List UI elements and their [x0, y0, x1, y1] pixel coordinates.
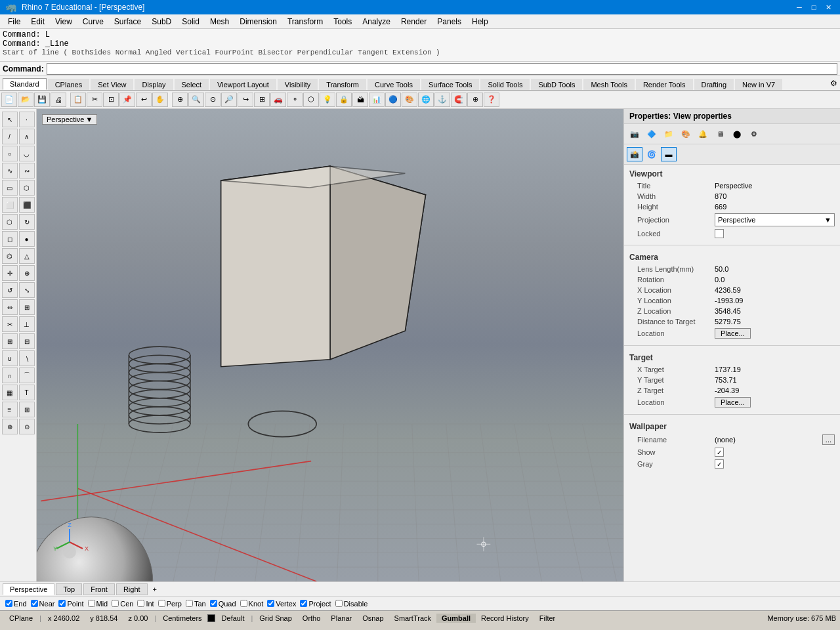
lt-layer-mgr[interactable]: ≡: [2, 402, 18, 417]
bb-record-history[interactable]: Record History: [476, 614, 534, 623]
tab-solidtools[interactable]: Solid Tools: [480, 79, 530, 90]
bb-gumball[interactable]: Gumball: [436, 614, 476, 623]
menu-panels[interactable]: Panels: [432, 16, 467, 28]
lt-gumball2[interactable]: ⊕: [2, 419, 18, 434]
tb-undo[interactable]: ↩: [136, 93, 152, 107]
tb-display-mode[interactable]: 🔵: [385, 93, 401, 107]
lt-scale[interactable]: ⤡: [19, 282, 35, 298]
menu-curve[interactable]: Curve: [77, 16, 109, 28]
props-icon-folder[interactable]: 📁: [661, 127, 677, 141]
prop-btn-filename-browse[interactable]: ...: [822, 434, 835, 445]
tb-snap1[interactable]: ⚓: [434, 93, 450, 107]
tb-cut[interactable]: ✂: [87, 93, 102, 107]
snap-perp[interactable]: Perp: [158, 600, 182, 608]
menu-view[interactable]: View: [50, 16, 77, 28]
prop-checkbox-locked[interactable]: [715, 229, 724, 238]
snap-tan[interactable]: Tan: [186, 600, 206, 608]
lt-rect[interactable]: ▭: [2, 180, 18, 196]
lt-polygon[interactable]: ⬡: [19, 180, 35, 196]
snap-project[interactable]: Project: [300, 600, 331, 608]
lt-arc[interactable]: ◡: [19, 146, 35, 161]
props-icon-bell[interactable]: 🔔: [695, 127, 711, 141]
lt-polyline[interactable]: ∧: [19, 129, 35, 144]
props-icon-settings[interactable]: ⚙: [746, 127, 762, 141]
vptab-front[interactable]: Front: [83, 583, 115, 595]
props-icon-surface[interactable]: 🔷: [644, 127, 660, 141]
lt-line[interactable]: /: [2, 129, 18, 144]
tb-open[interactable]: 📂: [18, 93, 33, 107]
tab-transform[interactable]: Transform: [319, 79, 366, 90]
lt-mirror[interactable]: ⇔: [2, 299, 18, 315]
lt-text[interactable]: T: [19, 385, 35, 400]
lt-circle[interactable]: ○: [2, 146, 18, 161]
scene[interactable]: .grid-line { stroke: #888; stroke-width:…: [37, 109, 623, 581]
lt-explode[interactable]: ⊟: [19, 333, 35, 349]
tb-zoom-selected[interactable]: ⊙: [205, 93, 220, 107]
lt-boolean-diff[interactable]: ∖: [19, 350, 35, 366]
tb-named-views[interactable]: 🏔: [352, 93, 368, 107]
bb-filter[interactable]: Filter: [534, 614, 560, 623]
tb-zoom-window[interactable]: 🔍: [188, 93, 204, 107]
tab-drafting[interactable]: Drafting: [694, 79, 734, 90]
tab-cplanes[interactable]: CPlanes: [48, 79, 90, 90]
lt-curve[interactable]: ∿: [2, 163, 18, 178]
tab-surfacetools[interactable]: Surface Tools: [421, 79, 479, 90]
lt-move[interactable]: ✛: [2, 265, 18, 281]
tab-curvetools[interactable]: Curve Tools: [368, 79, 420, 90]
snap-mid[interactable]: Mid: [88, 600, 108, 608]
tab-select[interactable]: Select: [175, 79, 209, 90]
props-icon-capture[interactable]: 📸: [627, 147, 642, 161]
bb-smarttrack[interactable]: SmartTrack: [389, 614, 436, 623]
bb-cplane[interactable]: CPlane: [4, 614, 38, 623]
bb-gridsnap[interactable]: Grid Snap: [254, 614, 297, 623]
prop-btn-cam-place[interactable]: Place...: [715, 328, 751, 339]
props-icon-sphere[interactable]: ⬤: [729, 127, 745, 141]
lt-join[interactable]: ⊞: [2, 333, 18, 349]
lt-extrude[interactable]: ⬡: [2, 214, 18, 230]
snap-point[interactable]: Point: [58, 600, 83, 608]
close-button[interactable]: ✕: [822, 2, 835, 12]
tb-layer[interactable]: 📊: [369, 93, 385, 107]
lt-freeform[interactable]: ∾: [19, 163, 35, 178]
tb-render[interactable]: 🎨: [402, 93, 417, 107]
menu-dimension[interactable]: Dimension: [234, 16, 282, 28]
vptab-add[interactable]: +: [149, 584, 161, 595]
maximize-button[interactable]: □: [807, 2, 820, 12]
vptab-top[interactable]: Top: [56, 583, 82, 595]
bb-layer[interactable]: Default: [217, 614, 250, 623]
prop-checkbox-show[interactable]: ✓: [715, 448, 724, 457]
snap-int[interactable]: Int: [137, 600, 154, 608]
lt-split[interactable]: ⊥: [19, 316, 35, 332]
menu-mesh[interactable]: Mesh: [205, 16, 234, 28]
tab-viewportlayout[interactable]: Viewport Layout: [210, 79, 276, 90]
tb-onoff[interactable]: ⚬: [287, 93, 303, 107]
snap-cen[interactable]: Cen: [112, 600, 133, 608]
lt-trim[interactable]: ✂: [2, 316, 18, 332]
menu-analyze[interactable]: Analyze: [357, 16, 396, 28]
menu-transform[interactable]: Transform: [282, 16, 328, 28]
tb-lock[interactable]: 🔒: [336, 93, 352, 107]
menu-help[interactable]: Help: [467, 16, 494, 28]
tab-visibility[interactable]: Visibility: [278, 79, 318, 90]
viewport-label-btn[interactable]: Perspective ▼: [42, 114, 97, 125]
bb-unit[interactable]: Centimeters: [158, 614, 207, 623]
snap-knot[interactable]: Knot: [240, 600, 264, 608]
menu-solid[interactable]: Solid: [177, 16, 205, 28]
tab-standard[interactable]: Standard: [3, 78, 47, 90]
viewport-area[interactable]: Perspective ▼ .grid-line { stroke: #888;…: [37, 109, 623, 581]
snap-disable[interactable]: Disable: [335, 600, 368, 608]
lt-revolve[interactable]: ↻: [19, 214, 35, 230]
props-icon-render[interactable]: 🖥: [712, 127, 728, 141]
menu-surface[interactable]: Surface: [109, 16, 146, 28]
bb-ortho[interactable]: Ortho: [297, 614, 326, 623]
tb-properties[interactable]: 📋: [70, 93, 86, 107]
tb-save[interactable]: 💾: [34, 93, 50, 107]
tb-4view[interactable]: ⊞: [254, 93, 270, 107]
tb-pan[interactable]: ✋: [152, 93, 168, 107]
tb-copy[interactable]: ⊡: [103, 93, 119, 107]
lt-surfacefrom[interactable]: ⬛: [19, 197, 35, 213]
tb-gumball[interactable]: ⊕: [467, 93, 483, 107]
snap-vertex[interactable]: Vertex: [267, 600, 296, 608]
tb-snap2[interactable]: 🧲: [451, 93, 467, 107]
lt-groups[interactable]: ⊞: [19, 402, 35, 417]
